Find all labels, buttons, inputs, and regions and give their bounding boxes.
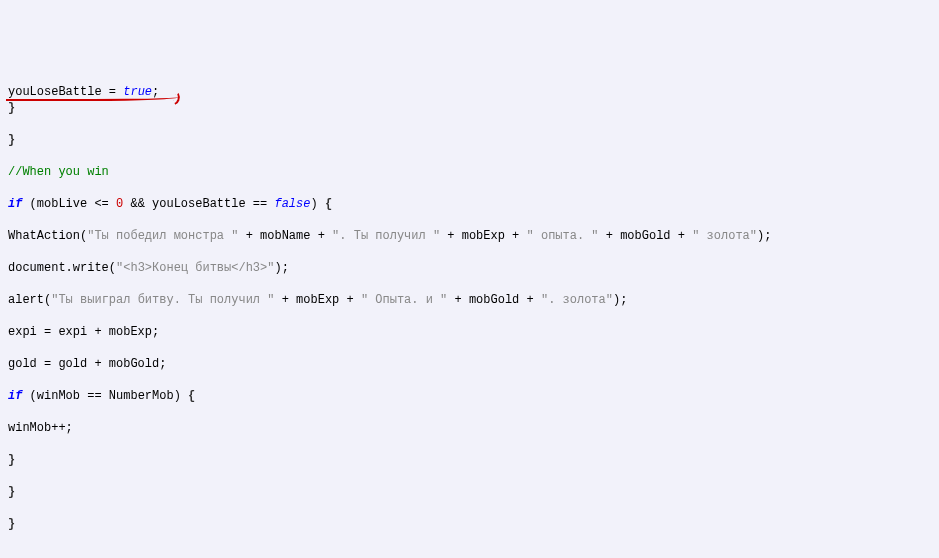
code-token: } (8, 485, 15, 499)
code-token: + mobName + (238, 229, 332, 243)
code-line: gold = gold + mobGold; (8, 356, 931, 372)
code-token: (winMob == NumberMob) (22, 389, 188, 403)
code-token: + mobExp + (274, 293, 360, 307)
code-line: WhatAction("Ты победил монстра " + mobNa… (8, 228, 931, 244)
code-token: ); (757, 229, 771, 243)
code-token: (mobLive <= (22, 197, 116, 211)
string-token: "Ты победил монстра " (87, 229, 238, 243)
code-line: //When you win (8, 164, 931, 180)
code-token: { (325, 197, 332, 211)
code-token: = (102, 85, 124, 99)
code-token: expi = expi + mobExp; (8, 325, 159, 339)
string-token: ". золота" (541, 293, 613, 307)
code-line: if (winMob == NumberMob) { (8, 388, 931, 404)
string-token: ". Ты получил " (332, 229, 440, 243)
code-token: true (123, 85, 152, 99)
code-token: alert( (8, 293, 51, 307)
code-token: gold = gold + mobGold; (8, 357, 166, 371)
code-token: ); (274, 261, 288, 275)
code-line: winMob++; (8, 420, 931, 436)
code-token: } (8, 517, 15, 531)
code-token: && youLoseBattle == (123, 197, 274, 211)
code-token: + mobExp + (440, 229, 526, 243)
code-line: } (8, 452, 931, 468)
code-line: if (mobLive <= 0 && youLoseBattle == fal… (8, 196, 931, 212)
code-line: } (8, 516, 931, 532)
code-token: ) (310, 197, 324, 211)
code-line (8, 548, 931, 558)
code-token: } (8, 133, 15, 147)
code-line: } (8, 132, 931, 148)
code-line: expi = expi + mobExp; (8, 324, 931, 340)
keyword-token: if (8, 389, 22, 403)
literal-token: false (274, 197, 310, 211)
code-token: + mobGold + (599, 229, 693, 243)
code-line: youLoseBattle = true; (8, 84, 159, 100)
code-token: { (188, 389, 195, 403)
code-token: document.write( (8, 261, 116, 275)
code-token: ); (613, 293, 627, 307)
code-token: } (8, 101, 15, 115)
code-token: } (8, 453, 15, 467)
string-token: " опыта. " (527, 229, 599, 243)
code-line: } (8, 484, 931, 500)
string-token: " золота" (692, 229, 757, 243)
code-token: + mobGold + (447, 293, 541, 307)
keyword-token: if (8, 197, 22, 211)
code-token: youLoseBattle (8, 85, 102, 99)
code-token: WhatAction( (8, 229, 87, 243)
string-token: " Опыта. и " (361, 293, 447, 307)
code-token: winMob++; (8, 421, 73, 435)
code-line: alert("Ты выиграл битву. Ты получил " + … (8, 292, 931, 308)
code-token: ; (152, 85, 159, 99)
code-line: } (8, 100, 931, 116)
code-line: document.write("<h3>Конец битвы</h3>"); (8, 260, 931, 276)
comment-token: //When you win (8, 165, 109, 179)
code-editor[interactable]: youLoseBattle = true; } } //When you win… (8, 68, 931, 558)
string-token: "Ты выиграл битву. Ты получил " (51, 293, 274, 307)
string-token: "<h3>Конец битвы</h3>" (116, 261, 274, 275)
